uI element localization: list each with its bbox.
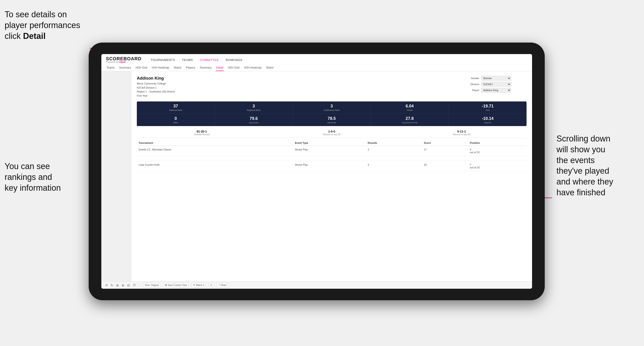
share-label: ↗ Share <box>218 284 227 286</box>
subnav-matrix2[interactable]: Matrix <box>266 65 274 71</box>
nav-committee[interactable]: COMMITTEE <box>200 57 219 63</box>
logo-powered: Powered by clippd <box>106 61 142 63</box>
stat-regional-rank: 3 Regional Rank <box>215 101 293 114</box>
subnav-h2hgrid[interactable]: H2H Grid <box>135 65 148 71</box>
stat-conference-rank-label: Conference Rank <box>294 109 369 111</box>
annotation-line3: click <box>4 31 23 41</box>
stat-avg-score-par: 27.8 Avg Score to Par <box>371 114 449 126</box>
stat-avg-score-value: 79.6 <box>217 116 291 121</box>
stat-adj-score: 78.5 Adj Score <box>293 114 371 126</box>
td-event-type-1: Stroke Play <box>293 146 366 156</box>
toolbar-icon2[interactable]: ⊕ <box>122 283 124 287</box>
stat-avg-score-par-label: Avg Score to Par <box>373 122 447 124</box>
annot-r-3: the events <box>556 156 595 165</box>
gender-filter-row: Gender Women Men <box>467 76 526 81</box>
td-position-empty <box>468 156 526 161</box>
toolbar-undo[interactable]: ↺ <box>105 283 108 287</box>
stat-avg-score-par-value: 27.8 <box>373 116 447 121</box>
main-content: Addison King Mesa Community College NJCA… <box>101 71 532 281</box>
subnav-h2hheatmap[interactable]: H2H Heatmap <box>151 65 170 71</box>
th-position: Position <box>468 140 526 146</box>
stat-wins-value: 0 <box>139 116 213 121</box>
record-top50-value: 5-11-1 <box>397 130 526 133</box>
annot-bl-3: key information <box>4 183 61 192</box>
annotation-bold: Detail <box>23 31 46 41</box>
annot-r-4: they've played <box>556 166 609 175</box>
view-original-label: View: Original <box>145 284 159 286</box>
tournament-table: Tournament Event Type Rounds Score Posit… <box>137 140 526 172</box>
toolbar-icon1[interactable]: ⊕ <box>116 283 119 287</box>
toolbar-screen[interactable]: ⊡ <box>209 283 214 287</box>
toolbar-icon3[interactable]: ⊟ <box>127 283 130 287</box>
annot-bl-1: You can see <box>4 162 50 171</box>
td-event-type-2: Stroke Play <box>293 161 366 172</box>
subnav-detail[interactable]: Detail <box>216 65 224 71</box>
nav-rankings[interactable]: RANKINGS <box>226 57 242 63</box>
annot-r-1: Scrolling down <box>556 134 610 143</box>
tablet-device: SCOREBOARD Powered by clippd TOURNAMENTS… <box>89 42 545 300</box>
toolbar-view-original[interactable]: View: Original <box>143 283 160 287</box>
stat-adj-score-value: 78.5 <box>294 116 369 121</box>
subnav-players[interactable]: Players <box>186 65 196 71</box>
toolbar-save-custom-view[interactable]: 🖫 Save Custom View <box>163 283 189 287</box>
toolbar-watch[interactable]: 👁 Watch ▾ <box>192 283 206 287</box>
subnav-summary2[interactable]: Summary <box>199 65 212 71</box>
annotation-line2: player performances <box>4 20 80 30</box>
subnav-summary[interactable]: Summary <box>118 65 131 71</box>
player-header: Addison King Mesa Community College NJCA… <box>137 76 526 98</box>
td-event-type-empty <box>293 156 366 161</box>
td-rounds-2: 2 <box>366 161 422 172</box>
record-overall: 91-20-1 Overall Record <box>137 130 267 136</box>
td-tournament-1: Estella CC- Mountain Classic <box>137 146 293 156</box>
stat-wins: 0 Wins <box>137 114 215 126</box>
record-top50: 5-11-1 Record vs top 50 <box>397 130 526 136</box>
subnav-h2hgrid2[interactable]: H2H Grid <box>227 65 240 71</box>
player-info: Addison King Mesa Community College NJCA… <box>137 76 174 98</box>
stat-avg-score-label: Avg Score <box>217 122 291 124</box>
save-custom-view-label: 🖫 Save Custom View <box>165 284 187 286</box>
app-header: SCOREBOARD Powered by clippd TOURNAMENTS… <box>101 54 532 71</box>
subnav-h2hheatmap2[interactable]: H2H Heatmap <box>244 65 262 71</box>
gender-select[interactable]: Women Men <box>481 76 511 81</box>
player-filter-row: Player Addison King <box>467 88 526 92</box>
stat-points: 6.04 Points <box>371 101 449 114</box>
annot-r-6: have finished <box>556 188 605 197</box>
stat-avg-score: 79.6 Avg Score <box>215 114 293 126</box>
annot-bl-2: rankings and <box>4 172 52 182</box>
toolbar-share[interactable]: ↗ Share <box>216 283 228 287</box>
td-score-2: 16 <box>422 161 468 172</box>
player-year: First Year <box>137 94 174 98</box>
td-rounds-1: 2 <box>366 146 422 156</box>
record-top25: 1-5-0 Record vs top 25 <box>267 130 397 136</box>
td-position-1: 4out of 20 <box>468 146 526 156</box>
stat-regional-rank-value: 3 <box>217 104 291 109</box>
detail-content: Addison King Mesa Community College NJCA… <box>131 71 532 281</box>
nav-teams[interactable]: TEAMS <box>182 57 193 63</box>
annotation-line1: To see details on <box>4 10 67 19</box>
stat-avg-sg: -10.14 Avg SG <box>449 114 526 126</box>
nav-tournaments[interactable]: TOURNAMENTS <box>151 57 175 63</box>
watch-label: 👁 Watch ▾ <box>193 284 204 286</box>
td-position-2: 7out of 20 <box>468 161 526 172</box>
stat-national-rank-value: 37 <box>139 104 213 109</box>
subnav-matrix[interactable]: Matrix <box>174 65 182 71</box>
td-rounds-empty <box>366 156 422 161</box>
record-top25-label: Record vs top 25 <box>267 133 397 136</box>
toolbar-redo[interactable]: ↻ <box>110 283 113 287</box>
td-tournament-2: Lady Coyote Invite <box>137 161 293 172</box>
division-select[interactable]: NJCAA I NJCAA II <box>481 82 511 86</box>
table-row: Estella CC- Mountain Classic Stroke Play… <box>137 146 526 156</box>
subnav-teams[interactable]: Teams <box>106 65 115 71</box>
player-name: Addison King <box>137 76 174 81</box>
toolbar-icon4[interactable]: ⏱ <box>133 283 136 287</box>
player-select[interactable]: Addison King <box>481 88 511 92</box>
record-top50-label: Record vs top 50 <box>397 133 526 136</box>
main-nav: TOURNAMENTS TEAMS COMMITTEE RANKINGS <box>151 57 242 63</box>
annotation-right: Scrolling down will show you the events … <box>556 133 640 198</box>
stat-conference-rank: 3 Conference Rank <box>293 101 371 114</box>
stats-grid: 37 National Rank 3 Regional Rank 3 Confe… <box>137 101 526 126</box>
stat-points-value: 6.04 <box>373 104 447 109</box>
screen-label: ⊡ <box>210 284 212 286</box>
division-filter-row: Division NJCAA I NJCAA II <box>467 82 526 86</box>
stat-regional-rank-label: Regional Rank <box>217 109 291 111</box>
